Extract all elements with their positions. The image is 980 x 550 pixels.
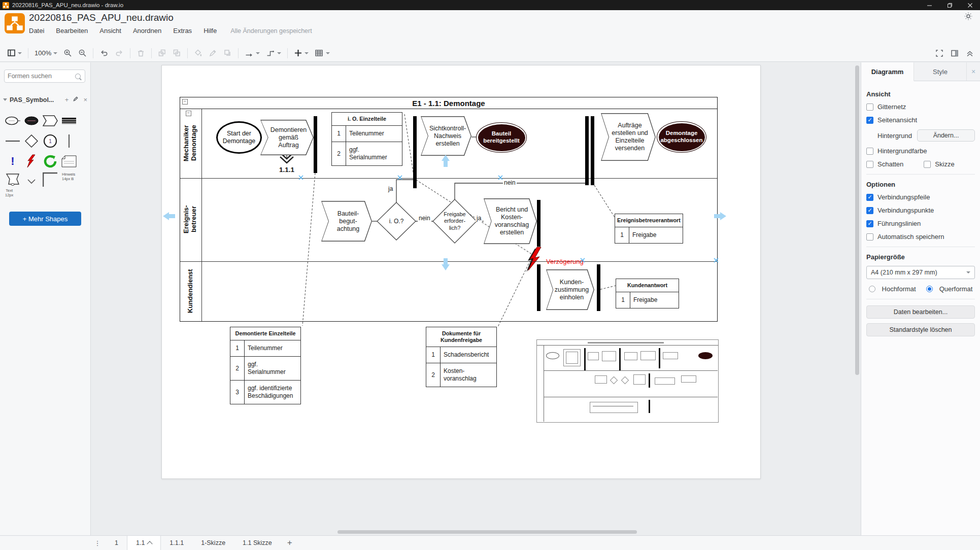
subprocess-ref-label[interactable]: 1.1.1 (274, 166, 299, 174)
horizontal-scrollbar[interactable] (337, 530, 637, 534)
edge-label-ja[interactable]: ja (387, 185, 394, 192)
sync-bar[interactable] (585, 116, 589, 185)
edge-label-nein[interactable]: nein (503, 179, 517, 186)
node-sichtkontroll[interactable]: Sichtkontroll- Nachweis erstellen (421, 116, 471, 156)
checkbox[interactable] (866, 194, 873, 201)
option-verbindungspfeile[interactable]: Verbindungspfeile (866, 193, 975, 201)
line-color-button[interactable] (209, 49, 217, 57)
option-hintergrundfarbe[interactable]: Hintergrundfarbe (866, 147, 975, 155)
node-freigabe-frage[interactable]: Freigabe erforder- lich? (433, 199, 477, 243)
page-tab-1[interactable]: 1 (106, 536, 127, 550)
radio-querformat[interactable] (926, 286, 933, 292)
more-shapes-button[interactable]: + Mehr Shapes (9, 212, 81, 226)
option-autosave[interactable]: Automatisch speichern (866, 233, 975, 240)
shape-end-ellipse-dark[interactable] (22, 111, 41, 130)
sync-bar[interactable] (314, 116, 317, 173)
shape-section-header[interactable]: PAS_Symbol... + × (3, 96, 87, 104)
node-bericht[interactable]: Bericht und Kosten- voranschlag erstelle… (484, 198, 537, 244)
shape-search[interactable] (4, 70, 85, 83)
table-dokumente-kundenfreigabe[interactable]: Dokumente für Kundenfreigabe 1Schadensbe… (426, 327, 497, 387)
checkbox[interactable] (866, 161, 873, 168)
shape-loop-arrow[interactable] (41, 152, 60, 171)
delete-button[interactable] (137, 49, 145, 57)
table-kundenantwort[interactable]: Kundenantwort 1Freigabe (616, 279, 679, 308)
sync-bar[interactable] (537, 200, 540, 247)
checkbox[interactable] (924, 161, 931, 168)
node-start-der-demontage[interactable]: Start der Demontage (216, 121, 262, 154)
radio-hochformat[interactable] (869, 286, 875, 292)
paper-size-select[interactable]: A4 (210 mm x 297 mm) (866, 266, 975, 279)
page-view-button[interactable] (7, 49, 22, 57)
checkbox[interactable] (866, 117, 873, 124)
option-gitternetz[interactable]: Gitternetz (866, 103, 975, 111)
checkbox[interactable] (866, 148, 873, 155)
menu-anordnen[interactable]: Anordnen (133, 27, 161, 35)
shape-process-pentagon[interactable] (41, 111, 60, 130)
checkbox[interactable] (866, 233, 873, 240)
insert-button[interactable] (294, 49, 309, 57)
lane-label-mechaniker[interactable]: Mechaniker Demontage (180, 109, 201, 178)
shape-line[interactable] (3, 131, 22, 151)
node-kundenzustimmung[interactable]: Kunden- zustimmung einholen (546, 269, 594, 310)
sync-bar[interactable] (597, 264, 600, 311)
sync-bar[interactable] (591, 116, 594, 185)
shape-lightning[interactable] (22, 152, 41, 171)
redo-button[interactable] (115, 49, 124, 57)
edge-label-nein[interactable]: nein (418, 215, 431, 222)
daten-bearbeiten-button[interactable]: Daten bearbeiten... (866, 305, 975, 319)
fill-color-button[interactable] (194, 49, 202, 57)
overview-thumbnail[interactable] (536, 339, 719, 423)
connection-style-button[interactable] (245, 49, 260, 57)
format-panel-toggle[interactable] (951, 49, 959, 57)
node-io-frage[interactable]: i. O.? (377, 202, 416, 240)
minimize-button[interactable] (919, 0, 939, 10)
fullscreen-button[interactable] (935, 49, 943, 57)
sync-bar[interactable] (537, 264, 540, 311)
shape-striped-bar[interactable] (59, 111, 79, 130)
lane-label-ereignisbetreuer[interactable]: Ereignis- betreuer (180, 178, 201, 261)
close-panel-icon[interactable]: × (967, 62, 980, 81)
shape-numbered-circle[interactable]: 1 (41, 131, 60, 151)
undo-button[interactable] (99, 49, 109, 57)
to-front-button[interactable] (158, 49, 166, 57)
tab-diagramm[interactable]: Diagramm (861, 62, 914, 81)
shape-search-input[interactable] (5, 73, 75, 80)
close-section-icon[interactable]: × (83, 96, 87, 104)
option-fuehrungslinien[interactable]: Führungslinien (866, 220, 975, 227)
shape-corner-bracket[interactable] (41, 170, 60, 189)
node-auftraege[interactable]: Aufträge erstellen und Einzelteile verse… (601, 113, 656, 161)
node-demontieren[interactable]: Demontieren gemäß Auftrag (260, 120, 314, 155)
menu-extras[interactable]: Extras (173, 27, 192, 35)
lane-label-kundendienst[interactable]: Kundendienst (180, 261, 201, 322)
vertical-scrollbar[interactable] (855, 65, 859, 375)
table-io-einzelteile[interactable]: i. O. Einzelteile 1Teilenummer 2ggf. Ser… (331, 112, 402, 166)
node-bauteil-bereitgestellt[interactable]: Bauteil bereitgestellt (476, 122, 527, 153)
restore-button[interactable] (939, 0, 960, 10)
table-demontierte-einzelteile[interactable]: Demontierte Einzelteile 1Teilenummer 2gg… (230, 327, 301, 404)
shape-decision-diamond[interactable] (22, 131, 41, 151)
edit-shape-icon[interactable] (73, 96, 79, 104)
waypoint-style-button[interactable] (266, 49, 281, 57)
node-demontage-abgeschlossen[interactable]: Demontage abgeschlossen (657, 121, 706, 153)
collapse-toolbar-button[interactable] (966, 49, 974, 57)
checkbox[interactable] (866, 104, 873, 111)
zoom-level-dropdown[interactable]: 100% (35, 49, 57, 57)
close-button[interactable] (960, 0, 980, 10)
shape-text-stencil[interactable] (3, 170, 22, 189)
node-bauteilbegutachtung[interactable]: Bauteil- begut- achtung (321, 201, 372, 242)
add-page-button[interactable]: + (281, 536, 299, 550)
menu-ansicht[interactable]: Ansicht (99, 27, 121, 35)
shape-vertical-line[interactable] (59, 131, 79, 151)
theme-toggle-icon[interactable] (964, 12, 973, 21)
lane-divider[interactable] (180, 178, 717, 179)
shape-chevron-down[interactable] (22, 172, 41, 191)
menu-bearbeiten[interactable]: Bearbeiten (56, 27, 88, 35)
sync-bar[interactable] (413, 116, 417, 188)
option-seitenansicht[interactable]: Seitenansicht (866, 116, 975, 124)
checkbox[interactable] (866, 220, 873, 227)
table-ereignisbetreuerantwort[interactable]: Ereignisbetreuerantwort 1Freigabe (615, 214, 683, 244)
shape-hinweis-label[interactable]: Hinweis 14px B (62, 172, 75, 182)
zoom-out-button[interactable] (78, 49, 87, 57)
edge-label-ja[interactable]: ja (476, 215, 482, 222)
menu-hilfe[interactable]: Hilfe (204, 27, 217, 35)
